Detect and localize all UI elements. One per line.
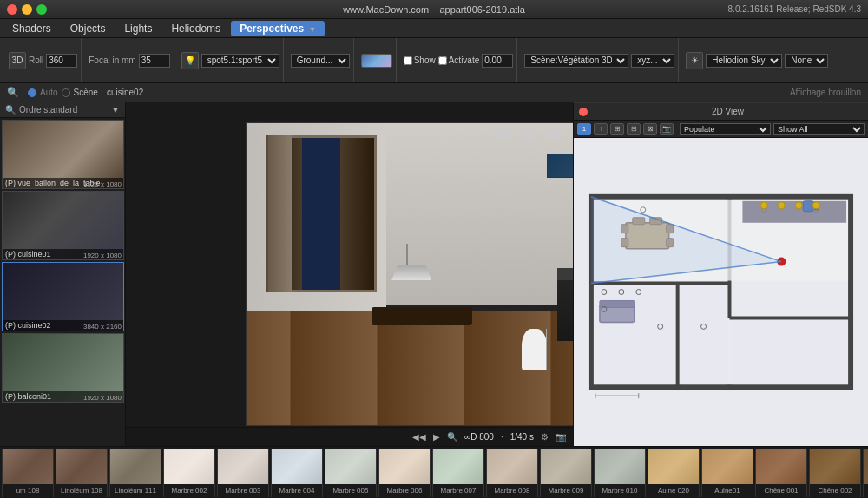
- toolbar-color-group: [358, 38, 397, 82]
- light-icon[interactable]: 💡: [181, 52, 199, 69]
- bar-stool: [522, 329, 547, 371]
- material-tile-1[interactable]: Linoléum 108: [56, 449, 108, 497]
- view2d-title: 2D View: [593, 107, 863, 116]
- material-thumb-2: [110, 449, 161, 484]
- zoom-level: ∞D 800: [464, 432, 494, 442]
- material-tile-0[interactable]: um 108: [2, 449, 54, 497]
- show-checkbox[interactable]: [404, 56, 412, 65]
- view2d-close-button[interactable]: [579, 108, 588, 116]
- material-label-15: Chêne 002: [810, 484, 860, 498]
- svg-point-30: [778, 202, 785, 209]
- frame-separator: ·: [501, 432, 503, 442]
- material-tile-11[interactable]: Marbre 010: [594, 449, 646, 497]
- material-tile-14[interactable]: Chêne 001: [755, 449, 807, 497]
- maximize-button[interactable]: [36, 4, 47, 15]
- view2d-grid-button[interactable]: ⊞: [610, 123, 624, 135]
- focal-input[interactable]: [139, 54, 170, 68]
- helio-select[interactable]: Heliodion Sky: [706, 54, 782, 68]
- perspective-size-1: 1920 x 1080: [83, 252, 122, 259]
- menu-perspectives[interactable]: Perspectives ▼: [231, 21, 325, 36]
- activate-label: Activate: [449, 56, 480, 65]
- material-tile-16[interactable]: Chêne 007: [863, 449, 868, 497]
- auto-radio[interactable]: [28, 88, 36, 97]
- close-button[interactable]: [7, 4, 17, 15]
- view2d-minus-button[interactable]: ⊟: [627, 123, 641, 135]
- spot-select[interactable]: spot5.1:sport5.2:spo...: [201, 54, 279, 68]
- xyz-select[interactable]: xyz...: [631, 54, 674, 68]
- 3d-button[interactable]: 3D: [9, 52, 26, 69]
- perspective-item-2[interactable]: (P) cuisine02 3840 x 2160: [2, 262, 123, 331]
- material-thumb-11: [595, 449, 645, 484]
- ground-select[interactable]: Ground...: [291, 54, 350, 68]
- window-glass: [302, 138, 340, 290]
- menu-heliodoms[interactable]: Heliodoms: [162, 21, 229, 36]
- color-swatch[interactable]: [361, 54, 392, 68]
- view2d-x-button[interactable]: ⊠: [643, 123, 657, 135]
- material-label-5: Marbre 004: [272, 484, 322, 498]
- render-icon[interactable]: 📷: [556, 432, 566, 442]
- view2d-camera-button[interactable]: 📷: [660, 123, 674, 135]
- svg-rect-9: [732, 320, 848, 384]
- perspective-item-0[interactable]: (P) vue_ballon_de_la_table 1920 x 1080: [2, 120, 123, 189]
- material-thumb-5: [272, 449, 322, 484]
- material-tile-2[interactable]: Linoléum 111: [109, 449, 161, 497]
- perspective-item-1[interactable]: (P) cuisine01 1920 x 1080: [2, 191, 123, 260]
- material-label-2: Linoléum 111: [110, 484, 161, 498]
- perspective-item-3[interactable]: (P) balconi01 1920 x 1080: [2, 333, 123, 403]
- settings-icon[interactable]: ⚙: [541, 432, 549, 442]
- pendant-lamp: [391, 265, 431, 280]
- view2d-1-button[interactable]: 1: [577, 123, 591, 135]
- material-tile-8[interactable]: Marbre 007: [432, 449, 484, 497]
- svg-point-32: [812, 202, 819, 209]
- auto-label: Auto: [40, 88, 58, 97]
- view2d-up-button[interactable]: ↑: [594, 123, 608, 135]
- menu-lights[interactable]: Lights: [115, 21, 161, 36]
- window-controls[interactable]: [7, 4, 47, 15]
- spotlight-3: [547, 129, 562, 138]
- window-frame: [266, 135, 292, 292]
- populate-select[interactable]: Populate: [680, 123, 771, 135]
- material-thumb-10: [541, 449, 591, 484]
- perspective-size-3: 1920 x 1080: [83, 394, 122, 402]
- roll-input[interactable]: [46, 54, 77, 68]
- cuisine-label: cuisine02: [107, 88, 143, 97]
- prev-frame-icon[interactable]: ◀◀: [412, 432, 426, 442]
- none-select[interactable]: None: [785, 54, 828, 68]
- material-tile-6[interactable]: Marbre 005: [325, 449, 377, 497]
- material-tile-12[interactable]: Aulne 020: [648, 449, 700, 497]
- menu-objects[interactable]: Objects: [62, 21, 115, 36]
- material-label-13: Aulne01: [702, 484, 753, 498]
- material-tile-13[interactable]: Aulne01: [701, 449, 753, 497]
- window-title: www.MacDown.com appart006-2019.atla: [343, 4, 525, 15]
- material-tile-10[interactable]: Marbre 009: [540, 449, 592, 497]
- material-tile-5[interactable]: Marbre 004: [271, 449, 323, 497]
- material-label-7: Marbre 006: [379, 484, 430, 498]
- menu-shaders[interactable]: Shaders: [3, 21, 60, 36]
- material-tile-7[interactable]: Marbre 006: [378, 449, 431, 497]
- material-tile-9[interactable]: Marbre 008: [486, 449, 538, 497]
- affichage-label: Affichage brouillon: [790, 88, 861, 97]
- toolbar-ground-group: Ground...: [287, 38, 354, 82]
- show-all-select[interactable]: Show All: [773, 123, 865, 135]
- activate-value-input[interactable]: [482, 54, 513, 68]
- zoom-icon[interactable]: 🔍: [447, 432, 457, 442]
- material-label-9: Marbre 008: [487, 484, 537, 498]
- sort-arrow-icon: ▼: [111, 105, 120, 115]
- scene-select[interactable]: Scène:Végétation 3D:Ob...: [524, 54, 628, 68]
- minimize-button[interactable]: [22, 4, 32, 15]
- material-thumb-9: [487, 449, 537, 484]
- material-label-3: Marbre 002: [164, 484, 214, 498]
- scene-radio[interactable]: [62, 88, 70, 97]
- material-tile-3[interactable]: Marbre 002: [163, 449, 215, 497]
- toolbar-scene-group: Scène:Végétation 3D:Ob... xyz...: [521, 38, 679, 82]
- material-tile-15[interactable]: Chêne 002: [809, 449, 861, 497]
- helio-icon[interactable]: ☀: [686, 52, 703, 69]
- title-bar: www.MacDown.com appart006-2019.atla 8.0.…: [0, 0, 868, 19]
- panel-header: 🔍 Ordre standard ▼: [0, 102, 125, 118]
- activate-checkbox[interactable]: [438, 56, 447, 65]
- perspective-thumbnail-1: (P) cuisine01 1920 x 1080: [2, 191, 124, 260]
- toolbar-helio-group: ☀ Heliodion Sky None: [682, 38, 832, 82]
- view2d-content: [574, 138, 868, 446]
- material-tile-4[interactable]: Marbre 003: [217, 449, 269, 497]
- play-icon[interactable]: ▶: [433, 432, 440, 442]
